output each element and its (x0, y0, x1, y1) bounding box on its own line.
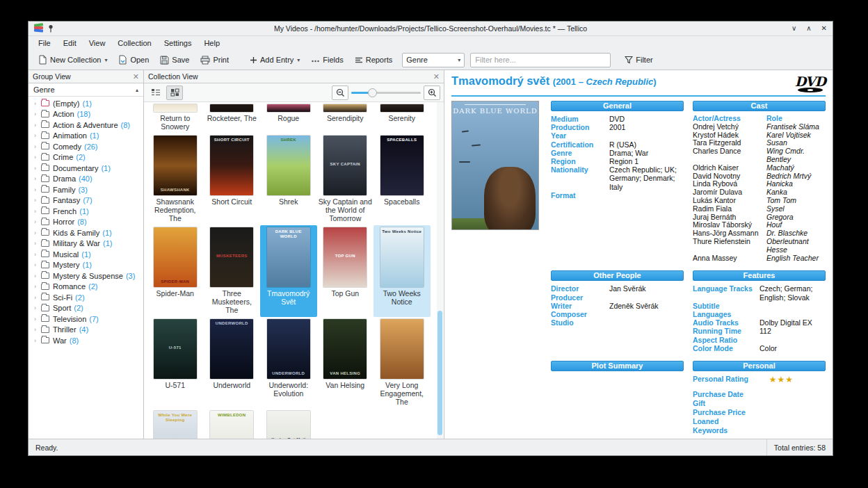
movie-cell[interactable]: U-571U-571 (147, 317, 204, 409)
movie-cell[interactable]: UNDERWORLDUnderworld: Evolution (260, 317, 317, 409)
tree-expand-icon[interactable]: › (34, 261, 41, 268)
group-item[interactable]: ›Sport(2) (29, 303, 143, 314)
filter-button[interactable]: Filter (620, 54, 657, 66)
zoom-out-button[interactable] (332, 86, 348, 100)
movie-cell[interactable]: Two Weeks NoticeTwo Weeks Notice (373, 225, 431, 317)
movie-cell[interactable]: While You Were SleepingWhile You Were Sl… (147, 409, 204, 439)
menu-file[interactable]: File (33, 38, 56, 49)
movie-cell[interactable]: Rogue (260, 102, 317, 133)
group-item[interactable]: ›Military & War(1) (29, 238, 143, 250)
filter-input[interactable] (470, 53, 611, 67)
group-item[interactable]: ›Documentary(1) (29, 163, 143, 174)
group-item[interactable]: ›Romance(2) (29, 282, 143, 293)
slider-handle[interactable] (368, 88, 377, 97)
tree-expand-icon[interactable]: › (34, 143, 41, 150)
new-collection-button[interactable]: New Collection ▾ (34, 53, 111, 67)
group-item[interactable]: ›Horror(8) (29, 217, 143, 228)
group-item[interactable]: ›Kids & Family(1) (29, 227, 143, 238)
movie-cell[interactable]: SHREKShrek (260, 133, 317, 225)
group-item[interactable]: ›Thriller(4) (29, 325, 143, 336)
menu-view[interactable]: View (83, 38, 111, 49)
tree-expand-icon[interactable]: › (34, 240, 41, 247)
movie-cell[interactable]: You've Got MailYou've Got Mail (260, 409, 317, 439)
tree-expand-icon[interactable]: › (34, 165, 41, 172)
menu-help[interactable]: Help (198, 38, 225, 49)
tree-expand-icon[interactable]: › (34, 294, 41, 301)
close-icon[interactable]: ✕ (133, 73, 139, 81)
tree-expand-icon[interactable]: › (34, 154, 41, 161)
group-item[interactable]: ›Drama(40) (29, 174, 143, 185)
group-item[interactable]: ›Action & Adventure(8) (29, 120, 143, 131)
group-item[interactable]: ›Mystery(1) (29, 260, 143, 271)
group-item[interactable]: ›Sci-Fi(2) (29, 292, 143, 303)
close-button[interactable]: ✕ (821, 25, 827, 32)
tree-expand-icon[interactable]: › (34, 175, 41, 182)
collection-scrollbar[interactable] (437, 102, 443, 439)
group-field-select[interactable]: Genre ▾ (402, 53, 465, 67)
group-item[interactable]: ›Mystery & Suspense(3) (29, 270, 143, 282)
movie-cell[interactable]: Serendipity (317, 102, 374, 133)
movie-cell[interactable]: WIMBLEDONWimbledon (204, 409, 261, 439)
tree-expand-icon[interactable]: › (34, 316, 41, 323)
group-item[interactable]: ›Musical(1) (29, 249, 143, 260)
icon-view-button[interactable] (166, 86, 183, 100)
add-entry-button[interactable]: Add Entry ▾ (246, 54, 304, 66)
maximize-button[interactable]: ∧ (806, 25, 811, 32)
tree-expand-icon[interactable]: › (34, 273, 41, 279)
group-item[interactable]: ›(Empty)(1) (29, 98, 143, 109)
tree-expand-icon[interactable]: › (34, 251, 41, 258)
tree-expand-icon[interactable]: › (34, 304, 41, 311)
print-button[interactable]: Print (196, 54, 233, 67)
tree-expand-icon[interactable]: › (34, 197, 41, 204)
movie-cell[interactable]: UNDERWORLDUnderworld (204, 317, 261, 409)
menu-settings[interactable]: Settings (159, 38, 198, 49)
tree-expand-icon[interactable]: › (34, 283, 41, 290)
movie-cell[interactable]: DARK BLUE WORLDTmavomodrý Svět (260, 225, 317, 317)
tree-expand-icon[interactable]: › (34, 186, 41, 193)
movie-cell[interactable]: Serenity (373, 102, 431, 133)
movie-cell[interactable]: SHORT CIRCUITShort Circuit (204, 133, 261, 225)
movie-cell[interactable]: SPACEBALLSSpaceballs (373, 133, 431, 225)
group-item[interactable]: ›Family(3) (29, 184, 143, 195)
movie-cell[interactable]: Very Long Engagement, The (373, 317, 431, 409)
reports-button[interactable]: Reports (351, 54, 397, 66)
tree-expand-icon[interactable]: › (34, 100, 41, 107)
group-item[interactable]: ›Animation(1) (29, 131, 143, 142)
group-item[interactable]: ›Fantasy(7) (29, 195, 143, 206)
group-item[interactable]: ›War(8) (29, 335, 143, 346)
movie-cell[interactable]: Return to Snowery (147, 102, 204, 133)
movie-cell[interactable]: SKY CAPTAINSky Captain and the World of … (317, 133, 374, 225)
tree-expand-icon[interactable]: › (34, 132, 41, 139)
movie-cell[interactable]: MUSKETEERSThree Musketeers, The (204, 225, 261, 317)
movie-cell[interactable]: SPIDER-MANSpider-Man (147, 225, 204, 317)
group-item[interactable]: ›Action(18) (29, 109, 143, 120)
group-field-combo[interactable]: Genre ▴ (29, 83, 143, 97)
group-item[interactable]: ›Television(7) (29, 314, 143, 325)
tree-expand-icon[interactable]: › (34, 326, 41, 333)
save-button[interactable]: Save (156, 54, 193, 67)
menu-edit[interactable]: Edit (58, 38, 82, 49)
cast-actor: Lukás Kantor (693, 197, 766, 205)
zoom-in-button[interactable] (424, 86, 440, 100)
zoom-slider[interactable] (351, 86, 421, 100)
list-view-button[interactable] (147, 86, 164, 100)
open-button[interactable]: Open (114, 53, 153, 67)
tree-expand-icon[interactable]: › (34, 229, 41, 236)
scrollbar-thumb[interactable] (437, 311, 442, 435)
tree-expand-icon[interactable]: › (34, 111, 41, 117)
movie-cell[interactable]: VAN HELSINGVan Helsing (317, 317, 374, 409)
tree-expand-icon[interactable]: › (34, 208, 41, 215)
movie-cell[interactable]: SHAWSHANKShawsnank Redemption, The (147, 133, 204, 225)
tree-expand-icon[interactable]: › (34, 122, 41, 129)
tree-expand-icon[interactable]: › (34, 218, 41, 225)
close-icon[interactable]: ✕ (433, 73, 440, 81)
group-item[interactable]: ›Crime(2) (29, 152, 143, 163)
minimize-button[interactable]: ∨ (791, 25, 796, 32)
group-item[interactable]: ›Comedy(26) (29, 141, 143, 152)
movie-cell[interactable]: Rocketeer, The (204, 102, 261, 133)
tree-expand-icon[interactable]: › (34, 337, 41, 344)
menu-collection[interactable]: Collection (112, 38, 156, 49)
movie-cell[interactable]: TOP GUNTop Gun (317, 225, 374, 317)
group-item[interactable]: ›French(1) (29, 206, 143, 217)
fields-button[interactable]: Fields (307, 54, 347, 66)
